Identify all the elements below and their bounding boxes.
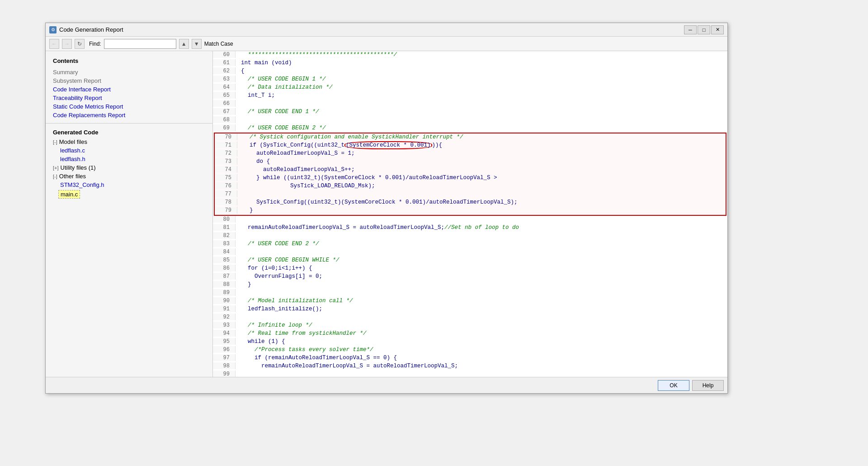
- model-files-group: [-] Model files: [46, 138, 212, 146]
- window-title: Code Generation Report: [59, 26, 123, 33]
- code-line-97: 97 if (remainAutoReloadTimerLoopVal_S ==…: [213, 354, 727, 362]
- code-line-93: 93 /* Infinite loop */: [213, 322, 727, 330]
- contents-heading: Contents: [46, 56, 212, 68]
- code-line-65: 65 int_T i;: [213, 92, 727, 100]
- code-line-66: 66: [213, 100, 727, 108]
- code-line-74: 74 autoReloadTimerLoopVal_S++;: [215, 166, 726, 174]
- sidebar-item-traceability[interactable]: Traceability Report: [46, 94, 212, 102]
- highlighted-code-block: 70 /* Systick configuration and enable S…: [214, 133, 726, 216]
- code-line-88: 88 }: [213, 281, 727, 289]
- refresh-button[interactable]: ↻: [75, 39, 85, 49]
- code-line-62: 62 {: [213, 67, 727, 76]
- find-prev-button[interactable]: ▲: [179, 39, 189, 49]
- utility-files-toggle[interactable]: [+]: [53, 165, 59, 171]
- sidebar-item-subsystem-report[interactable]: Subsystem Report: [46, 76, 212, 85]
- code-view[interactable]: 60 *************************************…: [213, 51, 727, 377]
- find-input[interactable]: [104, 39, 176, 49]
- title-bar: ⚙ Code Generation Report ─ □ ✕: [46, 23, 727, 37]
- code-line-90: 90 /* Model initialization call */: [213, 297, 727, 305]
- sidebar-item-main-c[interactable]: main.c: [58, 190, 80, 199]
- maximize-button[interactable]: □: [698, 25, 710, 34]
- code-line-91: 91 ledflash_initialize();: [213, 305, 727, 314]
- back-button[interactable]: ←: [49, 39, 59, 49]
- match-case-label: Match Case: [204, 41, 233, 47]
- sidebar-item-code-interface[interactable]: Code Interface Report: [46, 85, 212, 94]
- model-files-toggle[interactable]: [-]: [53, 139, 57, 145]
- code-line-86: 86 for (i=0;i<1;i++) {: [213, 265, 727, 273]
- code-line-60: 60 *************************************…: [213, 51, 727, 59]
- code-line-68: 68: [213, 116, 727, 124]
- close-button[interactable]: ✕: [711, 25, 724, 34]
- code-line-69: 69 /* USER CODE BEGIN 2 */: [213, 124, 727, 133]
- other-files-group: [-] Other files: [46, 172, 212, 181]
- code-line-99: 99: [213, 371, 727, 377]
- code-line-73: 73 do {: [215, 158, 726, 166]
- code-line-82: 82: [213, 232, 727, 240]
- sidebar-item-static-metrics[interactable]: Static Code Metrics Report: [46, 102, 212, 111]
- content-area: Contents Summary Subsystem Report Code I…: [46, 51, 727, 377]
- main-window: ⚙ Code Generation Report ─ □ ✕ ← → ↻ Fin…: [45, 23, 728, 394]
- code-line-89: 89: [213, 289, 727, 297]
- other-files-label: Other files: [59, 173, 86, 180]
- code-line-84: 84: [213, 248, 727, 257]
- other-files-toggle[interactable]: [-]: [53, 174, 57, 179]
- code-line-80: 80: [213, 216, 727, 224]
- code-line-75: 75 } while ((uint32_t)(SystemCoreClock *…: [215, 174, 726, 182]
- help-button[interactable]: Help: [692, 380, 724, 391]
- ok-button[interactable]: OK: [658, 380, 689, 391]
- app-icon: ⚙: [49, 26, 57, 33]
- code-line-64: 64 /* Data initialization */: [213, 84, 727, 92]
- sidebar-item-summary[interactable]: Summary: [46, 68, 212, 76]
- code-line-92: 92: [213, 314, 727, 322]
- code-line-76: 76 SysTick_LOAD_RELOAD_Msk);: [215, 182, 726, 190]
- code-line-67: 67 /* USER CODE END 1 */: [213, 108, 727, 116]
- code-line-71: 71 if (SysTick_Config((uint32_t(SystemCo…: [215, 142, 726, 150]
- code-line-96: 96 /*Process tasks every solver time*/: [213, 346, 727, 354]
- code-line-77: 77: [215, 190, 726, 199]
- sidebar-item-ledflash-c[interactable]: ledflash.c: [46, 146, 212, 155]
- code-line-85: 85 /* USER CODE BEGIN WHILE */: [213, 257, 727, 265]
- minimize-button[interactable]: ─: [684, 25, 697, 34]
- code-line-83: 83 /* USER CODE END 2 */: [213, 240, 727, 248]
- code-line-87: 87 OverrunFlags[i] = 0;: [213, 273, 727, 281]
- code-line-61: 61 int main (void): [213, 59, 727, 67]
- code-line-72: 72 autoReloadTimerLoopVal_S = 1;: [215, 150, 726, 158]
- sidebar-item-ledflash-h[interactable]: ledflash.h: [46, 155, 212, 163]
- code-line-95: 95 while (1) {: [213, 338, 727, 346]
- sidebar-item-stm32-config[interactable]: STM32_Config.h: [46, 181, 212, 189]
- sidebar-item-code-replacements[interactable]: Code Replacements Report: [46, 111, 212, 119]
- code-line-81: 81 remainAutoReloadTimerLoopVal_S = auto…: [213, 224, 727, 232]
- generated-code-heading: Generated Code: [46, 127, 212, 138]
- toolbar: ← → ↻ Find: ▲ ▼ Match Case: [46, 37, 727, 51]
- code-line-70: 70 /* Systick configuration and enable S…: [215, 133, 726, 142]
- find-next-button[interactable]: ▼: [192, 39, 202, 49]
- code-line-63: 63 /* USER CODE BEGIN 1 */: [213, 76, 727, 84]
- code-line-98: 98 remainAutoReloadTimerLoopVal_S = auto…: [213, 362, 727, 371]
- code-line-79: 79 }: [215, 207, 726, 215]
- code-line-78: 78 SysTick_Config((uint32_t)(SystemCoreC…: [215, 199, 726, 207]
- utility-files-group: [+] Utility files (1): [46, 163, 212, 172]
- main-content: 60 *************************************…: [213, 51, 727, 377]
- forward-button[interactable]: →: [62, 39, 72, 49]
- utility-files-label: Utility files (1): [61, 164, 96, 171]
- footer-bar: OK Help: [46, 377, 727, 393]
- model-files-label: Model files: [59, 138, 87, 145]
- find-label: Find:: [89, 41, 101, 47]
- code-line-94: 94 /* Real time from systickHandler */: [213, 330, 727, 338]
- sidebar: Contents Summary Subsystem Report Code I…: [46, 51, 213, 377]
- sidebar-divider: [46, 123, 212, 124]
